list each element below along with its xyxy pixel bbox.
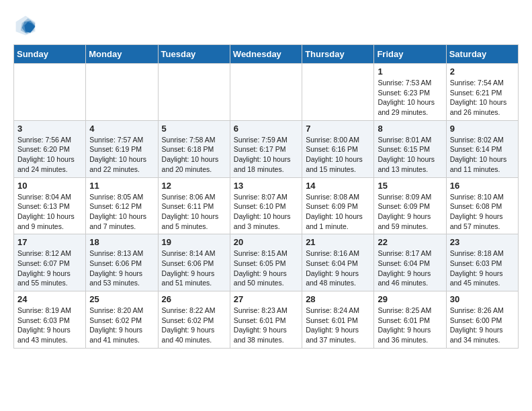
- calendar-cell: 22Sunrise: 8:17 AMSunset: 6:04 PMDayligh…: [374, 234, 446, 291]
- day-number: 30: [450, 294, 515, 304]
- day-number: 8: [378, 124, 442, 134]
- day-number: 18: [89, 237, 154, 247]
- day-number: 5: [162, 124, 226, 134]
- calendar-cell: 20Sunrise: 8:15 AMSunset: 6:05 PMDayligh…: [230, 234, 302, 291]
- day-of-week-header: Friday: [374, 45, 446, 64]
- day-number: 15: [378, 181, 442, 191]
- day-sun-info: Sunrise: 8:24 AMSunset: 6:01 PMDaylight:…: [306, 306, 370, 345]
- day-number: 25: [89, 294, 154, 304]
- calendar-header-row: SundayMondayTuesdayWednesdayThursdayFrid…: [14, 45, 519, 64]
- day-number: 20: [234, 237, 298, 247]
- calendar-cell: 26Sunrise: 8:22 AMSunset: 6:02 PMDayligh…: [158, 291, 230, 349]
- day-sun-info: Sunrise: 8:19 AMSunset: 6:03 PMDaylight:…: [17, 306, 82, 345]
- day-sun-info: Sunrise: 8:06 AMSunset: 6:11 PMDaylight:…: [162, 192, 226, 232]
- calendar-cell: 5Sunrise: 7:58 AMSunset: 6:18 PMDaylight…: [158, 120, 230, 177]
- day-sun-info: Sunrise: 8:12 AMSunset: 6:07 PMDaylight:…: [17, 248, 82, 288]
- day-number: 22: [378, 237, 442, 247]
- calendar-cell: [158, 64, 230, 121]
- day-number: 29: [378, 294, 442, 304]
- day-sun-info: Sunrise: 8:23 AMSunset: 6:01 PMDaylight:…: [234, 306, 298, 345]
- day-number: 24: [17, 294, 82, 304]
- calendar-cell: 17Sunrise: 8:12 AMSunset: 6:07 PMDayligh…: [14, 234, 86, 291]
- day-sun-info: Sunrise: 7:58 AMSunset: 6:18 PMDaylight:…: [162, 135, 226, 175]
- calendar-cell: [14, 64, 86, 121]
- day-number: 21: [306, 237, 370, 247]
- calendar-cell: 6Sunrise: 7:59 AMSunset: 6:17 PMDaylight…: [230, 120, 302, 177]
- calendar-cell: 2Sunrise: 7:54 AMSunset: 6:21 PMDaylight…: [446, 64, 518, 121]
- day-sun-info: Sunrise: 8:15 AMSunset: 6:05 PMDaylight:…: [234, 248, 298, 288]
- day-number: 1: [378, 66, 442, 77]
- day-number: 27: [234, 294, 298, 304]
- day-sun-info: Sunrise: 8:26 AMSunset: 6:00 PMDaylight:…: [450, 306, 515, 345]
- day-sun-info: Sunrise: 8:02 AMSunset: 6:14 PMDaylight:…: [450, 135, 515, 175]
- day-sun-info: Sunrise: 7:59 AMSunset: 6:17 PMDaylight:…: [234, 135, 298, 175]
- calendar-cell: 14Sunrise: 8:08 AMSunset: 6:09 PMDayligh…: [302, 177, 374, 234]
- day-sun-info: Sunrise: 8:22 AMSunset: 6:02 PMDaylight:…: [162, 306, 226, 345]
- calendar-cell: 8Sunrise: 8:01 AMSunset: 6:15 PMDaylight…: [374, 120, 446, 177]
- day-number: 12: [162, 181, 226, 191]
- day-sun-info: Sunrise: 7:57 AMSunset: 6:19 PMDaylight:…: [89, 135, 154, 175]
- logo: [13, 13, 40, 38]
- calendar-cell: 7Sunrise: 8:00 AMSunset: 6:16 PMDaylight…: [302, 120, 374, 177]
- day-number: 2: [450, 66, 515, 77]
- day-sun-info: Sunrise: 8:05 AMSunset: 6:12 PMDaylight:…: [89, 192, 154, 232]
- calendar-cell: 4Sunrise: 7:57 AMSunset: 6:19 PMDaylight…: [86, 120, 158, 177]
- calendar-cell: 25Sunrise: 8:20 AMSunset: 6:02 PMDayligh…: [86, 291, 158, 349]
- day-sun-info: Sunrise: 8:01 AMSunset: 6:15 PMDaylight:…: [378, 135, 442, 175]
- day-sun-info: Sunrise: 8:18 AMSunset: 6:03 PMDaylight:…: [450, 248, 515, 288]
- day-sun-info: Sunrise: 8:16 AMSunset: 6:04 PMDaylight:…: [306, 248, 370, 288]
- calendar-cell: 15Sunrise: 8:09 AMSunset: 6:09 PMDayligh…: [374, 177, 446, 234]
- day-of-week-header: Saturday: [446, 45, 518, 64]
- day-number: 4: [89, 124, 154, 134]
- day-number: 13: [234, 181, 298, 191]
- calendar-week-row: 3Sunrise: 7:56 AMSunset: 6:20 PMDaylight…: [14, 120, 519, 177]
- calendar-cell: 13Sunrise: 8:07 AMSunset: 6:10 PMDayligh…: [230, 177, 302, 234]
- calendar-cell: 1Sunrise: 7:53 AMSunset: 6:23 PMDaylight…: [374, 64, 446, 121]
- day-sun-info: Sunrise: 7:53 AMSunset: 6:23 PMDaylight:…: [378, 78, 442, 118]
- day-sun-info: Sunrise: 8:25 AMSunset: 6:01 PMDaylight:…: [378, 306, 442, 345]
- calendar-cell: 19Sunrise: 8:14 AMSunset: 6:06 PMDayligh…: [158, 234, 230, 291]
- calendar-cell: 10Sunrise: 8:04 AMSunset: 6:13 PMDayligh…: [14, 177, 86, 234]
- calendar-week-row: 1Sunrise: 7:53 AMSunset: 6:23 PMDaylight…: [14, 64, 519, 121]
- day-sun-info: Sunrise: 8:04 AMSunset: 6:13 PMDaylight:…: [17, 192, 82, 232]
- day-sun-info: Sunrise: 7:54 AMSunset: 6:21 PMDaylight:…: [450, 78, 515, 118]
- day-number: 7: [306, 124, 370, 134]
- day-number: 11: [89, 181, 154, 191]
- day-number: 14: [306, 181, 370, 191]
- day-sun-info: Sunrise: 8:14 AMSunset: 6:06 PMDaylight:…: [162, 248, 226, 288]
- day-sun-info: Sunrise: 8:13 AMSunset: 6:06 PMDaylight:…: [89, 248, 154, 288]
- calendar-cell: [302, 64, 374, 121]
- calendar-table: SundayMondayTuesdayWednesdayThursdayFrid…: [13, 44, 519, 349]
- calendar-cell: 9Sunrise: 8:02 AMSunset: 6:14 PMDaylight…: [446, 120, 518, 177]
- calendar-week-row: 17Sunrise: 8:12 AMSunset: 6:07 PMDayligh…: [14, 234, 519, 291]
- calendar-cell: 30Sunrise: 8:26 AMSunset: 6:00 PMDayligh…: [446, 291, 518, 349]
- day-number: 9: [450, 124, 515, 134]
- calendar-week-row: 24Sunrise: 8:19 AMSunset: 6:03 PMDayligh…: [14, 291, 519, 349]
- day-of-week-header: Thursday: [302, 45, 374, 64]
- day-of-week-header: Wednesday: [230, 45, 302, 64]
- calendar-cell: 18Sunrise: 8:13 AMSunset: 6:06 PMDayligh…: [86, 234, 158, 291]
- day-sun-info: Sunrise: 8:20 AMSunset: 6:02 PMDaylight:…: [89, 306, 154, 345]
- calendar-cell: 24Sunrise: 8:19 AMSunset: 6:03 PMDayligh…: [14, 291, 86, 349]
- day-number: 19: [162, 237, 226, 247]
- calendar-cell: 16Sunrise: 8:10 AMSunset: 6:08 PMDayligh…: [446, 177, 518, 234]
- day-sun-info: Sunrise: 8:08 AMSunset: 6:09 PMDaylight:…: [306, 192, 370, 232]
- calendar-cell: 23Sunrise: 8:18 AMSunset: 6:03 PMDayligh…: [446, 234, 518, 291]
- day-number: 3: [17, 124, 82, 134]
- day-number: 26: [162, 294, 226, 304]
- calendar-cell: [86, 64, 158, 121]
- day-sun-info: Sunrise: 8:00 AMSunset: 6:16 PMDaylight:…: [306, 135, 370, 175]
- calendar-cell: 3Sunrise: 7:56 AMSunset: 6:20 PMDaylight…: [14, 120, 86, 177]
- day-sun-info: Sunrise: 8:09 AMSunset: 6:09 PMDaylight:…: [378, 192, 442, 232]
- day-number: 16: [450, 181, 515, 191]
- day-of-week-header: Tuesday: [158, 45, 230, 64]
- calendar-cell: 12Sunrise: 8:06 AMSunset: 6:11 PMDayligh…: [158, 177, 230, 234]
- logo-icon: [13, 13, 38, 38]
- calendar-cell: 11Sunrise: 8:05 AMSunset: 6:12 PMDayligh…: [86, 177, 158, 234]
- day-sun-info: Sunrise: 8:17 AMSunset: 6:04 PMDaylight:…: [378, 248, 442, 288]
- calendar-cell: [230, 64, 302, 121]
- calendar-week-row: 10Sunrise: 8:04 AMSunset: 6:13 PMDayligh…: [14, 177, 519, 234]
- day-number: 10: [17, 181, 82, 191]
- day-sun-info: Sunrise: 8:10 AMSunset: 6:08 PMDaylight:…: [450, 192, 515, 232]
- day-sun-info: Sunrise: 7:56 AMSunset: 6:20 PMDaylight:…: [17, 135, 82, 175]
